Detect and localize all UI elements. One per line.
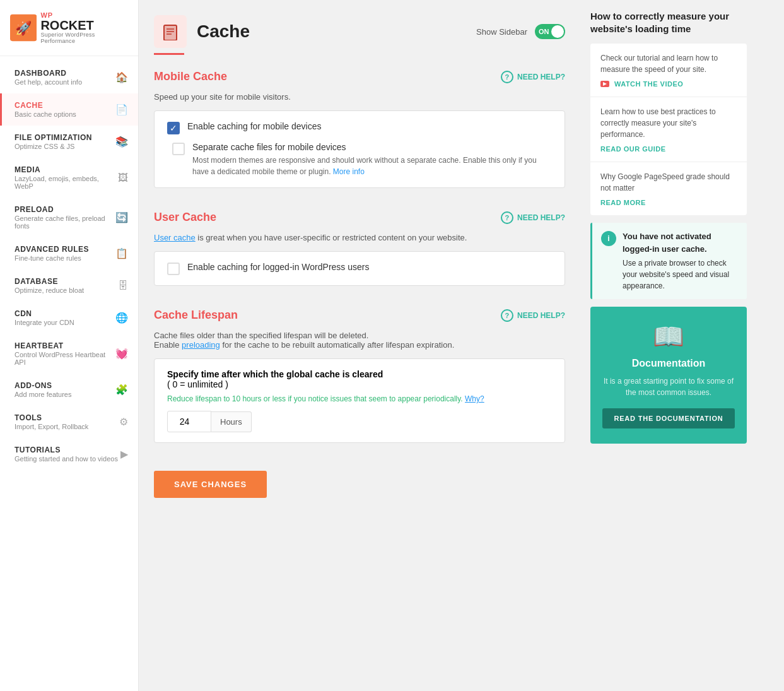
- sidebar-item-tutorials[interactable]: TUTORIALS Getting started and how to vid…: [0, 438, 138, 470]
- sidebar-item-file-optimization[interactable]: FILE OPTIMIZATION Optimize CSS & JS 📚: [0, 126, 138, 158]
- specify-label: Specify time after which the global cach…: [167, 369, 552, 389]
- read-more-link[interactable]: READ MORE: [600, 199, 737, 206]
- logo-area: 🚀 WP ROCKET Superior WordPress Performan…: [0, 0, 138, 56]
- cache-lifespan-section: Cache Lifespan ? NEED HELP? Cache files …: [154, 309, 565, 443]
- read-guide-link[interactable]: READ OUR GUIDE: [600, 145, 737, 153]
- doc-card: 📖 Documentation It is a great starting p…: [590, 307, 747, 444]
- wp-rocket-logo: 🚀: [10, 14, 37, 42]
- sidebar-item-preload[interactable]: PRELOAD Generate cache files, preload fo…: [0, 198, 138, 237]
- mobile-cache-header: Mobile Cache ? NEED HELP?: [154, 70, 565, 83]
- info-icon: i: [601, 231, 616, 246]
- mobile-cache-section: Mobile Cache ? NEED HELP? Speed up your …: [154, 70, 565, 188]
- user-cache-title: User Cache: [154, 211, 216, 224]
- sidebar-item-dashboard[interactable]: DASHBOARD Get help, account info 🏠: [0, 61, 138, 93]
- user-cache-desc: User cache is great when you have user-s…: [154, 233, 565, 242]
- toggle-thumb: [551, 25, 564, 38]
- watch-video-link[interactable]: WATCH THE VIDEO: [600, 80, 737, 88]
- read-documentation-button[interactable]: READ THE DOCUMENTATION: [602, 408, 734, 428]
- enable-mobile-card: ✓ Enable caching for mobile devices Sepa…: [154, 110, 565, 188]
- info-badge: i You have not activated logged-in user …: [590, 223, 747, 299]
- cache-lifespan-card: Specify time after which the global cach…: [154, 358, 565, 443]
- sidebar-item-cdn[interactable]: CDN Integrate your CDN 🌐: [0, 302, 138, 334]
- logo-tagline: Superior WordPress Performance: [40, 32, 128, 44]
- sidebar-toggle[interactable]: ON: [535, 24, 565, 39]
- need-help-icon: ?: [501, 71, 513, 83]
- user-cache-header: User Cache ? NEED HELP?: [154, 211, 565, 224]
- cache-lifespan-need-help[interactable]: ? NEED HELP?: [501, 309, 565, 322]
- separate-cache-indent: Separate cache files for mobile devices …: [167, 142, 552, 177]
- heartbeat-icon: 💓: [115, 348, 128, 360]
- cache-icon: 📄: [115, 103, 128, 115]
- enable-mobile-label: Enable caching for mobile devices: [187, 121, 321, 131]
- right-card-guide-text: Learn how to use best practices to corre…: [600, 106, 737, 140]
- cache-lifespan-title: Cache Lifespan: [154, 309, 238, 322]
- save-changes-button[interactable]: SAVE CHANGES: [154, 471, 267, 498]
- page-title: Cache: [197, 21, 250, 42]
- sidebar-item-heartbeat[interactable]: HEARTBEAT Control WordPress Heartbeat AP…: [0, 334, 138, 374]
- show-sidebar-label: Show Sidebar: [476, 27, 527, 37]
- dashboard-icon: 🏠: [115, 71, 128, 83]
- lifespan-input-group: Hours: [167, 411, 552, 432]
- user-cache-card: Enable caching for logged-in WordPress u…: [154, 251, 565, 286]
- enable-mobile-checkbox[interactable]: ✓: [167, 122, 180, 134]
- add-ons-icon: 🧩: [115, 384, 128, 396]
- toggle-label: ON: [539, 28, 549, 35]
- unit-label: Hours: [211, 411, 252, 432]
- why-link[interactable]: Why?: [465, 394, 484, 403]
- enable-logged-in-checkbox[interactable]: [167, 263, 180, 275]
- user-cache-need-help[interactable]: ? NEED HELP?: [501, 211, 565, 224]
- cache-lifespan-need-help-icon: ?: [501, 309, 513, 322]
- lifespan-input[interactable]: [167, 411, 211, 432]
- page-header: Cache Show Sidebar ON: [154, 15, 565, 48]
- main-content: Cache Show Sidebar ON Mobile Cache ? NEE…: [139, 0, 580, 691]
- sidebar-item-cache[interactable]: CACHE Basic cache options 📄: [0, 93, 138, 126]
- sidebar-item-tools[interactable]: TOOLS Import, Export, Rollback ⚙: [0, 406, 138, 438]
- user-cache-section: User Cache ? NEED HELP? User cache is gr…: [154, 211, 565, 286]
- svg-rect-2: [164, 25, 177, 40]
- tutorials-icon: ▶: [120, 448, 128, 460]
- right-card-video-text: Check our tutorial and learn how to meas…: [600, 52, 737, 75]
- lifespan-hint: Reduce lifespan to 10 hours or less if y…: [167, 394, 552, 403]
- right-card-video: Check our tutorial and learn how to meas…: [590, 44, 747, 215]
- page-icon: [154, 15, 187, 48]
- sidebar: 🚀 WP ROCKET Superior WordPress Performan…: [0, 0, 139, 691]
- separate-cache-checkbox[interactable]: [172, 143, 185, 155]
- mobile-cache-need-help[interactable]: ? NEED HELP?: [501, 71, 565, 83]
- tools-icon: ⚙: [119, 416, 128, 428]
- sidebar-item-media[interactable]: MEDIA LazyLoad, emojis, embeds, WebP 🖼: [0, 158, 138, 198]
- separate-cache-row: Separate cache files for mobile devices …: [172, 142, 552, 177]
- right-sidebar: How to correctly measure your website's …: [580, 0, 757, 691]
- mobile-cache-title: Mobile Cache: [154, 70, 227, 83]
- sidebar-nav: DASHBOARD Get help, account info 🏠 CACHE…: [0, 56, 138, 475]
- enable-logged-in-label: Enable caching for logged-in WordPress u…: [187, 262, 369, 272]
- page-divider: [154, 53, 184, 55]
- logo-rocket: ROCKET: [40, 19, 128, 32]
- cache-lifespan-header: Cache Lifespan ? NEED HELP?: [154, 309, 565, 322]
- cache-lifespan-desc: Cache files older than the specified lif…: [154, 331, 565, 350]
- doc-text: It is a great starting point to fix some…: [600, 375, 737, 398]
- separate-cache-label: Separate cache files for mobile devices: [192, 142, 346, 152]
- database-icon: 🗄: [118, 280, 128, 292]
- user-cache-link[interactable]: User cache: [154, 233, 196, 242]
- enable-mobile-row: ✓ Enable caching for mobile devices: [167, 121, 552, 134]
- sidebar-item-database[interactable]: DATABASE Optimize, reduce bloat 🗄: [0, 269, 138, 302]
- sidebar-item-add-ons[interactable]: ADD-ONS Add more features 🧩: [0, 374, 138, 406]
- right-card-readmore-text: Why Google PageSpeed grade should not ma…: [600, 171, 737, 194]
- separate-cache-sublabel: Most modern themes are responsive and sh…: [192, 155, 552, 177]
- sidebar-item-advanced-rules[interactable]: ADVANCED RULES Fine-tune cache rules 📋: [0, 237, 138, 269]
- preloading-link[interactable]: preloading: [182, 340, 220, 350]
- right-sidebar-title: How to correctly measure your website's …: [590, 10, 747, 35]
- enable-logged-in-row: Enable caching for logged-in WordPress u…: [167, 262, 552, 275]
- doc-icon: 📖: [600, 322, 737, 351]
- mobile-cache-desc: Speed up your site for mobile visitors.: [154, 92, 565, 102]
- doc-title: Documentation: [600, 358, 737, 369]
- main-wrap: Cache Show Sidebar ON Mobile Cache ? NEE…: [139, 0, 784, 691]
- user-cache-need-help-icon: ?: [501, 211, 513, 224]
- more-info-link[interactable]: More info: [333, 167, 365, 176]
- info-badge-title: You have not activated logged-in user ca…: [623, 230, 738, 255]
- file-optimization-icon: 📚: [115, 136, 128, 148]
- preload-icon: 🔄: [115, 211, 128, 223]
- info-badge-text: Use a private browser to check your webs…: [623, 257, 738, 292]
- advanced-rules-icon: 📋: [115, 247, 128, 259]
- cdn-icon: 🌐: [115, 312, 128, 324]
